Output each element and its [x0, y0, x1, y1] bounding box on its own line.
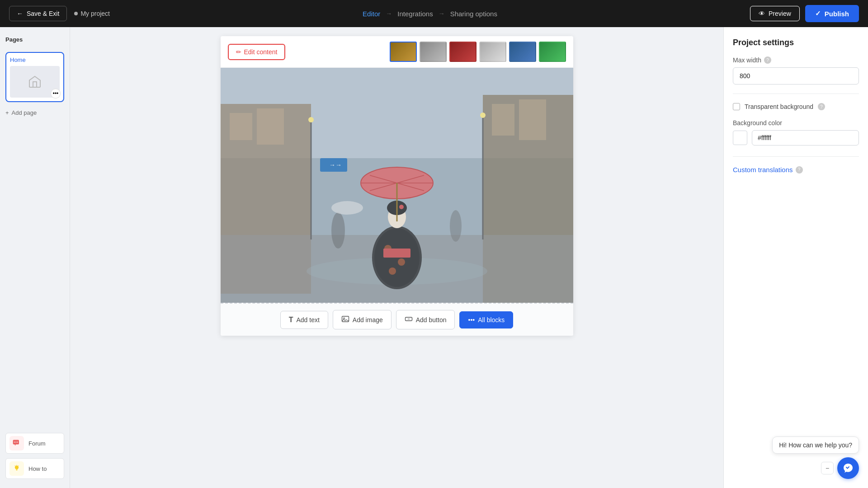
topnav-right: 👁 Preview ✓ Publish: [750, 5, 859, 22]
more-dots-icon: •••: [53, 90, 59, 97]
thumbnail-5[interactable]: [509, 42, 536, 62]
svg-point-2: [15, 442, 16, 443]
custom-translations-help-icon[interactable]: ?: [796, 166, 803, 174]
add-page-button[interactable]: + Add page: [5, 108, 64, 118]
howto-icon: [9, 461, 24, 476]
edit-content-button[interactable]: ✏ Edit content: [228, 44, 286, 60]
main-layout: Pages Home ••• + Add page: [0, 0, 868, 488]
topnav-left: ← Save & Exit My project: [9, 6, 110, 21]
chat-widget: Hi! How can we help you? −: [772, 436, 859, 479]
canvas-area: ✏ Edit content: [70, 27, 723, 488]
all-blocks-button[interactable]: ••• All blocks: [459, 311, 513, 328]
divider-1: [733, 94, 859, 94]
sidebar-bottom: Forum How to: [5, 433, 64, 479]
pencil-icon: ✏: [236, 48, 241, 56]
project-name-label: My project: [80, 10, 110, 17]
all-blocks-label: All blocks: [478, 316, 505, 324]
home-page-label: Home: [10, 56, 60, 63]
save-exit-button[interactable]: ← Save & Exit: [9, 6, 67, 21]
svg-point-49: [343, 318, 344, 319]
dot-icon: [74, 12, 78, 15]
arrow-icon-2: →: [439, 10, 445, 17]
chat-bubble: Hi! How can we help you?: [772, 436, 859, 454]
integrations-nav-link[interactable]: Integrations: [397, 10, 433, 18]
max-width-label: Max width ?: [733, 56, 859, 64]
topnav: ← Save & Exit My project Editor → Integr…: [0, 0, 868, 27]
add-button-button[interactable]: Add button: [396, 310, 455, 329]
custom-translations-label: Custom translations: [733, 166, 793, 174]
text-icon: T: [289, 316, 293, 324]
forum-label: Forum: [28, 440, 46, 447]
thumbnail-4[interactable]: [479, 42, 506, 62]
chat-minimize-button[interactable]: −: [821, 462, 834, 474]
svg-rect-48: [342, 316, 349, 322]
howto-sidebar-item[interactable]: How to: [5, 458, 64, 479]
max-width-input[interactable]: [733, 67, 859, 84]
thumbnail-strip: [390, 42, 566, 62]
background-color-swatch[interactable]: [733, 131, 747, 145]
max-width-setting: Max width ?: [733, 56, 859, 84]
chat-icon: [12, 439, 21, 448]
svg-line-7: [18, 465, 19, 466]
pages-title: Pages: [5, 36, 64, 43]
add-blocks-toolbar: T Add text Add image: [221, 303, 573, 336]
left-sidebar: Pages Home ••• + Add page: [0, 27, 70, 488]
custom-translations-link[interactable]: Custom translations ?: [733, 166, 859, 174]
thumbnail-2[interactable]: [420, 42, 447, 62]
background-color-input[interactable]: [752, 130, 859, 145]
image-icon: [341, 315, 349, 324]
eye-icon: 👁: [759, 10, 765, 17]
preview-button[interactable]: 👁 Preview: [750, 6, 800, 21]
project-name: My project: [74, 10, 110, 17]
svg-line-6: [15, 465, 15, 466]
svg-point-3: [17, 442, 18, 443]
forum-sidebar-item[interactable]: Forum: [5, 433, 64, 454]
transparent-bg-row: Transparent background ?: [733, 103, 859, 110]
add-image-button[interactable]: Add image: [333, 310, 392, 329]
page-card-more-button[interactable]: •••: [51, 89, 61, 99]
howto-label: How to: [28, 465, 47, 472]
max-width-help-icon[interactable]: ?: [764, 56, 771, 64]
thumbnail-3[interactable]: [449, 42, 476, 62]
chat-bubble-text: Hi! How can we help you?: [779, 441, 852, 449]
home-icon: [28, 75, 42, 89]
messenger-icon: [843, 463, 854, 474]
svg-point-1: [14, 442, 15, 443]
sharing-options-nav-link[interactable]: Sharing options: [450, 10, 497, 18]
minus-icon: −: [826, 465, 829, 472]
topnav-center: Editor → Integrations → Sharing options: [363, 10, 497, 18]
canvas-wrapper: ✏ Edit content: [221, 36, 573, 336]
thumbnail-6[interactable]: [539, 42, 566, 62]
button-icon: [405, 315, 413, 324]
thumbnail-1[interactable]: [390, 42, 417, 62]
arrow-icon-1: →: [386, 10, 392, 17]
blocks-icon: •••: [468, 316, 475, 324]
publish-label: Publish: [825, 10, 849, 18]
forum-icon: [9, 436, 24, 450]
edit-content-label: Edit content: [244, 48, 278, 56]
background-color-label: Background color: [733, 119, 859, 127]
svg-point-4: [15, 465, 19, 469]
save-exit-label: Save & Exit: [27, 10, 59, 17]
add-button-label: Add button: [416, 316, 447, 324]
divider-2: [733, 156, 859, 157]
main-image-svg: →→: [221, 68, 573, 303]
add-page-label: Add page: [12, 109, 37, 116]
back-arrow-icon: ←: [17, 10, 23, 17]
canvas-header: ✏ Edit content: [221, 36, 573, 68]
chat-open-button[interactable]: [837, 457, 859, 479]
preview-label: Preview: [769, 10, 791, 17]
background-color-row: [733, 130, 859, 145]
publish-button[interactable]: ✓ Publish: [805, 5, 859, 22]
svg-rect-47: [221, 68, 573, 303]
transparent-bg-checkbox[interactable]: [733, 103, 740, 110]
check-icon: ✓: [815, 9, 821, 18]
transparent-bg-label: Transparent background: [745, 103, 813, 110]
add-text-button[interactable]: T Add text: [280, 311, 328, 329]
transparent-bg-help-icon[interactable]: ?: [818, 103, 825, 110]
add-text-label: Add text: [296, 316, 319, 324]
right-sidebar-title: Project settings: [733, 38, 859, 47]
lightbulb-icon: [12, 464, 21, 473]
home-page-card[interactable]: Home •••: [5, 52, 64, 102]
editor-nav-link[interactable]: Editor: [363, 10, 380, 18]
